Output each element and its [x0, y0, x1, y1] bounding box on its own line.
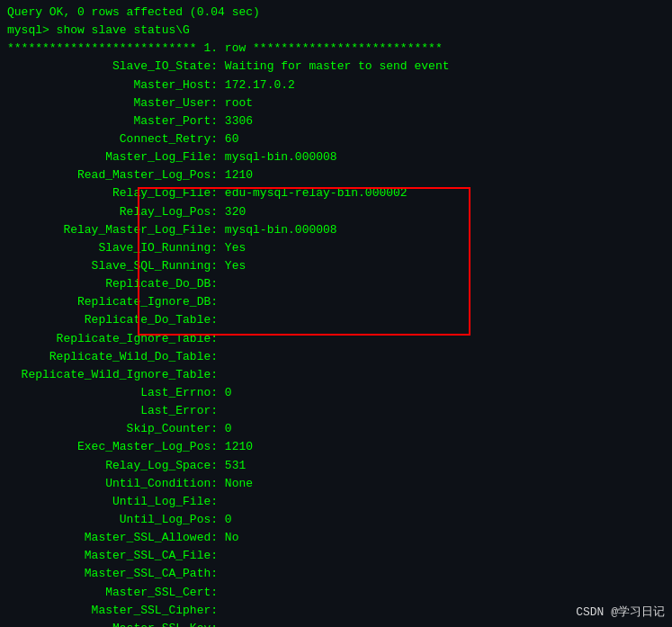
terminal-line: Master_SSL_Allowed: No — [7, 529, 665, 547]
terminal-line: Until_Condition: None — [7, 475, 665, 493]
terminal-line: Master_SSL_Key: — [7, 620, 665, 627]
terminal-line: Master_Host: 172.17.0.2 — [7, 76, 665, 94]
terminal-line: Relay_Master_Log_File: mysql-bin.000008 — [7, 221, 665, 239]
terminal-line: Last_Error: — [7, 402, 665, 420]
terminal-line: Replicate_Wild_Do_Table: — [7, 348, 665, 366]
terminal-line: Master_SSL_CA_File: — [7, 547, 665, 565]
terminal-line: Relay_Log_Space: 531 — [7, 457, 665, 475]
terminal-line: Slave_IO_State: Waiting for master to se… — [7, 58, 665, 76]
terminal-line: Replicate_Do_Table: — [7, 311, 665, 329]
terminal-line: mysql> show slave status\G — [7, 22, 665, 40]
terminal-output: Query OK, 0 rows affected (0.04 sec)mysq… — [7, 4, 665, 627]
terminal-line: Master_Log_File: mysql-bin.000008 — [7, 148, 665, 166]
terminal-line: Connect_Retry: 60 — [7, 130, 665, 148]
terminal-line: Master_User: root — [7, 94, 665, 112]
terminal-line: Relay_Log_File: edu-mysql-relay-bin.0000… — [7, 184, 665, 202]
terminal-line: Slave_SQL_Running: Yes — [7, 257, 665, 275]
terminal-line: Query OK, 0 rows affected (0.04 sec) — [7, 4, 665, 22]
terminal-line: Until_Log_File: — [7, 493, 665, 511]
terminal-line: Exec_Master_Log_Pos: 1210 — [7, 438, 665, 456]
terminal-line: Replicate_Ignore_Table: — [7, 330, 665, 348]
terminal-line: Last_Errno: 0 — [7, 384, 665, 402]
watermark: CSDN @学习日记 — [576, 604, 665, 620]
terminal-line: Replicate_Wild_Ignore_Table: — [7, 366, 665, 384]
terminal-line: Master_SSL_Cipher: — [7, 602, 665, 620]
terminal-line: Relay_Log_Pos: 320 — [7, 203, 665, 221]
terminal-line: Slave_IO_Running: Yes — [7, 239, 665, 257]
terminal-line: Replicate_Ignore_DB: — [7, 293, 665, 311]
terminal-line: Master_Port: 3306 — [7, 112, 665, 130]
terminal-line: Master_SSL_Cert: — [7, 584, 665, 602]
terminal-line: Until_Log_Pos: 0 — [7, 511, 665, 529]
terminal-line: Skip_Counter: 0 — [7, 420, 665, 438]
terminal-line: Read_Master_Log_Pos: 1210 — [7, 166, 665, 184]
terminal-line: Master_SSL_CA_Path: — [7, 565, 665, 583]
terminal-line: Replicate_Do_DB: — [7, 275, 665, 293]
terminal-line: *************************** 1. row *****… — [7, 40, 665, 58]
terminal-window: Query OK, 0 rows affected (0.04 sec)mysq… — [0, 0, 672, 627]
